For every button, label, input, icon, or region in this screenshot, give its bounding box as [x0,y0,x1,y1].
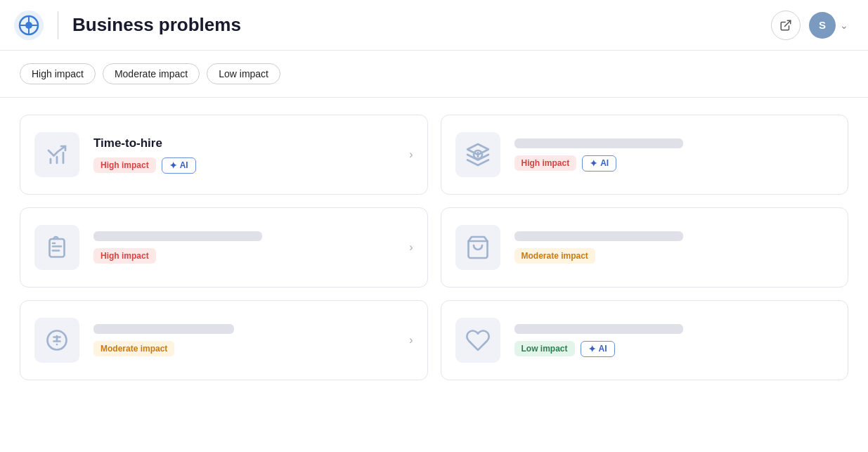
card-body: Moderate impact [514,231,834,264]
card-tags: Moderate impact [514,248,834,264]
ai-badge: ✦ AI [581,341,615,357]
export-button[interactable] [771,11,801,40]
sparkle-icon: ✦ [169,160,177,171]
card-title-placeholder [93,324,234,334]
impact-badge: High impact [514,155,577,171]
filter-bar: High impact Moderate impact Low impact [0,51,868,98]
header: Business problems S ⌄ [0,0,868,51]
card-tags: High impact ✦ AI [93,157,395,174]
cards-grid: Time-to-hire High impact ✦ AI › [0,98,868,397]
chart-down-icon [44,142,70,167]
filter-low-impact[interactable]: Low impact [207,63,280,84]
header-right: S ⌄ [771,11,848,40]
ai-badge: ✦ AI [582,155,616,172]
ai-label: AI [599,344,607,354]
card-body: High impact [93,231,395,264]
svg-rect-11 [50,239,65,257]
filter-high-impact[interactable]: High impact [20,63,96,84]
cart-icon [465,235,491,260]
card-title-placeholder [93,231,262,241]
card-title-placeholder [514,231,683,241]
card-4[interactable]: Moderate impact [441,207,849,288]
svg-line-5 [785,20,791,26]
card-icon-wrap [455,132,500,177]
card-icon-wrap [455,225,500,270]
card-title-placeholder [514,324,683,334]
filter-high-impact-label: High impact [32,68,84,79]
chevron-down-icon: ⌄ [840,20,848,31]
card-icon-wrap [34,132,79,177]
card-tags: Low impact ✦ AI [514,341,834,357]
card-title-placeholder [514,138,683,148]
page-title: Business problems [72,14,241,36]
impact-badge: Low impact [514,341,575,356]
handshake-icon [465,328,491,353]
card-icon-wrap [455,318,500,363]
avatar: S [809,12,836,39]
card-tags: High impact [93,248,395,264]
card-time-to-hire[interactable]: Time-to-hire High impact ✦ AI › [20,115,428,195]
card-icon-wrap [34,225,79,270]
clipboard-icon [44,235,70,260]
ai-label: AI [180,160,188,170]
card-5[interactable]: Moderate impact › [20,300,428,380]
card-body: Time-to-hire High impact ✦ AI [93,136,395,174]
sparkle-icon: ✦ [588,344,596,354]
dollar-tag-icon [465,142,491,167]
card-3[interactable]: High impact › [20,207,428,288]
card-icon-wrap [34,318,79,363]
card-body: Low impact ✦ AI [514,324,834,357]
avatar-button[interactable]: S ⌄ [809,12,848,39]
filter-moderate-impact[interactable]: Moderate impact [103,63,200,84]
filter-moderate-impact-label: Moderate impact [115,68,188,79]
logo-icon [14,11,44,40]
sparkle-icon: ✦ [590,158,597,169]
filter-low-impact-label: Low impact [219,68,268,79]
card-6[interactable]: Low impact ✦ AI [441,300,849,380]
card-body: High impact ✦ AI [514,138,834,172]
card-chevron-icon: › [409,241,413,254]
card-title: Time-to-hire [93,136,395,150]
impact-badge: Moderate impact [514,248,595,264]
card-chevron-icon: › [409,148,413,161]
card-body: Moderate impact [93,324,395,356]
impact-badge: High impact [93,248,156,264]
impact-badge: Moderate impact [93,341,174,356]
ai-badge: ✦ AI [162,157,196,174]
ai-label: AI [600,158,609,168]
card-chevron-icon: › [409,334,413,347]
card-2[interactable]: High impact ✦ AI [441,115,849,195]
money-alert-icon [44,328,70,353]
card-tags: High impact ✦ AI [514,155,834,172]
header-divider [58,11,58,39]
impact-badge: High impact [93,157,156,173]
card-tags: Moderate impact [93,341,395,356]
header-left: Business problems [14,11,241,40]
